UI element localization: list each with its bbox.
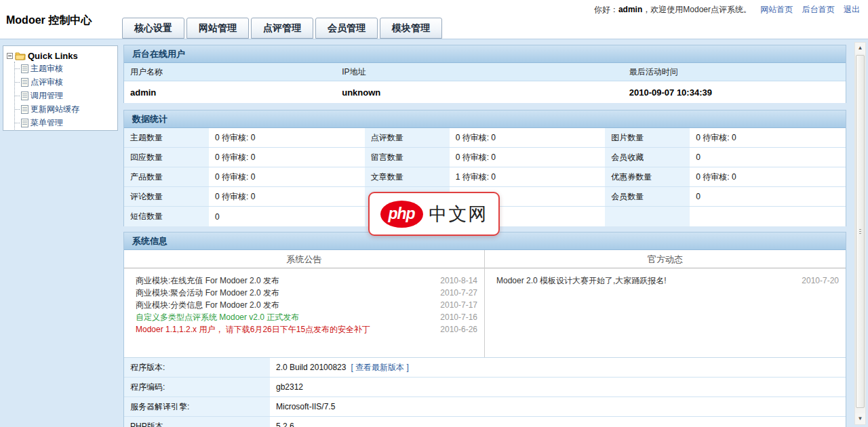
link-logout[interactable]: 退出 bbox=[844, 5, 860, 14]
announcement-date: 2010-6-26 bbox=[431, 323, 477, 336]
sidebar-item-menu-management[interactable]: 菜单管理 bbox=[15, 116, 115, 129]
document-icon bbox=[21, 64, 28, 73]
stat-value: 0 待审核: 0 bbox=[690, 128, 846, 147]
table-row: 服务器解译引擎: Microsoft-IIS/7.5 bbox=[124, 397, 846, 417]
col-ip: IP地址 bbox=[340, 66, 629, 78]
announcements-column: 系统公告 商业模块:在线充值 For Modoer 2.0 发布 2010-8-… bbox=[124, 250, 485, 357]
server-engine: Microsoft-IIS/7.5 bbox=[276, 402, 335, 411]
news-text: Modoer 2.0 模板设计大赛开始了,大家踊跃报名! bbox=[496, 274, 793, 287]
top-header: Modoer 控制中心 你好：admin，欢迎使用Modoer点评系统。 网站首… bbox=[0, 0, 868, 39]
greeting-suffix: ，欢迎使用Modoer点评系统。 bbox=[642, 5, 751, 14]
list-item[interactable]: Modoer 1.1,1.2.x 用户， 请下载6月26日下午15点发布的安全补… bbox=[124, 323, 484, 336]
sidebar-item-review-audit[interactable]: 点评审核 bbox=[15, 75, 115, 89]
info-label: PHP版本 bbox=[124, 417, 270, 427]
statistics-title: 数据统计 bbox=[124, 110, 846, 128]
program-encoding: gb2312 bbox=[276, 382, 303, 392]
sidebar-item-topic-review[interactable]: 主题审核 bbox=[15, 62, 115, 75]
stat-label: 会员收藏 bbox=[605, 148, 690, 167]
stat-label: 文章数量 bbox=[365, 167, 450, 186]
official-news-header: 官方动态 bbox=[485, 250, 846, 268]
online-users-header-row: 用户名称 IP地址 最后活动时间 bbox=[124, 63, 846, 81]
stat-value: 0 bbox=[690, 148, 846, 167]
announcements-list: 商业模块:在线充值 For Modoer 2.0 发布 2010-8-14 商业… bbox=[124, 268, 484, 336]
username: admin bbox=[618, 5, 642, 14]
announcement-text: 商业模块:分类信息 For Modoer 2.0 发布 bbox=[136, 299, 431, 311]
table-row: 程序版本: 2.0 Build 20100823 [ 查看最新版本 ] bbox=[124, 358, 846, 378]
news-date: 2010-7-20 bbox=[793, 274, 839, 287]
list-item[interactable]: Modoer 2.0 模板设计大赛开始了,大家踊跃报名! 2010-7-20 bbox=[485, 274, 846, 287]
sidebar-item-label: 菜单管理 bbox=[31, 117, 63, 129]
cell-ip: unknown bbox=[340, 87, 629, 98]
watermark-brand-text: 中文网 bbox=[429, 202, 488, 226]
announcement-text: 商业模块:在线充值 For Modoer 2.0 发布 bbox=[136, 274, 431, 287]
info-value: Microsoft-IIS/7.5 bbox=[270, 397, 846, 416]
scrollbar-thumb[interactable] bbox=[856, 55, 865, 408]
stat-value: 0 待审核: 0 bbox=[690, 167, 846, 186]
folder-icon bbox=[15, 52, 26, 60]
document-icon bbox=[21, 78, 28, 87]
tab-member-management[interactable]: 会员管理 bbox=[315, 18, 378, 39]
announcement-text: Modoer 1.1,1.2.x 用户， 请下载6月26日下午15点发布的安全补… bbox=[136, 323, 431, 336]
user-greeting: 你好：admin，欢迎使用Modoer点评系统。 网站首页 后台首页 退出 bbox=[594, 4, 860, 16]
tab-module-management[interactable]: 模块管理 bbox=[380, 18, 442, 39]
check-latest-version-link[interactable]: [ 查看最新版本 ] bbox=[351, 362, 408, 373]
vertical-scrollbar[interactable]: ▲ ▼ bbox=[854, 42, 866, 425]
list-item[interactable]: 商业模块:在线充值 For Modoer 2.0 发布 2010-8-14 bbox=[124, 274, 484, 287]
stat-value: 0 待审核: 0 bbox=[450, 148, 606, 167]
info-label: 服务器解译引擎: bbox=[124, 397, 270, 416]
list-item[interactable]: 自定义多类型点评系统 Modoer v2.0 正式发布 2010-7-16 bbox=[124, 311, 484, 323]
stat-label bbox=[605, 207, 690, 226]
stat-label: 优惠券数量 bbox=[605, 167, 690, 186]
tab-review-management[interactable]: 点评管理 bbox=[251, 18, 313, 39]
scroll-up-button[interactable]: ▲ bbox=[855, 43, 865, 54]
info-value: 5.2.6 bbox=[270, 417, 846, 427]
table-row: admin unknown 2010-09-07 10:34:39 bbox=[124, 81, 846, 103]
col-username: 用户名称 bbox=[124, 66, 340, 78]
quick-links-root[interactable]: Quick Links bbox=[7, 51, 115, 61]
info-value: 2.0 Build 20100823 [ 查看最新版本 ] bbox=[270, 358, 846, 377]
announcement-text: 商业模块:聚会活动 For Modoer 2.0 发布 bbox=[136, 287, 431, 299]
stat-label: 点评数量 bbox=[365, 128, 450, 147]
stat-label: 图片数量 bbox=[605, 128, 690, 147]
page-title: Modoer 控制中心 bbox=[6, 14, 92, 28]
scroll-down-button[interactable]: ▼ bbox=[855, 413, 865, 424]
stat-label: 短信数量 bbox=[124, 207, 209, 226]
tree-collapse-icon[interactable] bbox=[7, 53, 13, 59]
stat-label: 评论数量 bbox=[124, 187, 209, 206]
stat-value: 1 待审核: 0 bbox=[450, 167, 606, 186]
tab-core-settings[interactable]: 核心设置 bbox=[122, 18, 184, 39]
sidebar-item-update-cache[interactable]: 更新网站缓存 bbox=[15, 102, 115, 116]
official-news-column: 官方动态 Modoer 2.0 模板设计大赛开始了,大家踊跃报名! 2010-7… bbox=[485, 250, 846, 357]
list-item[interactable]: 商业模块:聚会活动 For Modoer 2.0 发布 2010-7-27 bbox=[124, 287, 484, 299]
stat-value bbox=[690, 207, 846, 226]
stat-label: 产品数量 bbox=[124, 167, 209, 186]
link-admin-home[interactable]: 后台首页 bbox=[802, 5, 835, 14]
stat-value: 0 bbox=[690, 187, 846, 206]
col-last-active: 最后活动时间 bbox=[629, 66, 846, 78]
official-news-list: Modoer 2.0 模板设计大赛开始了,大家踊跃报名! 2010-7-20 bbox=[485, 268, 846, 287]
list-item[interactable]: 商业模块:分类信息 For Modoer 2.0 发布 2010-7-17 bbox=[124, 299, 484, 311]
stat-label: 留言数量 bbox=[365, 148, 450, 167]
sidebar-item-label: 点评审核 bbox=[31, 77, 63, 88]
sidebar-item-label: 主题审核 bbox=[31, 63, 63, 75]
sidebar-item-label: 调用管理 bbox=[31, 90, 63, 102]
tab-site-management[interactable]: 网站管理 bbox=[186, 18, 249, 39]
php-version: 5.2.6 bbox=[276, 422, 294, 427]
link-site-home[interactable]: 网站首页 bbox=[760, 5, 793, 14]
announcement-date: 2010-7-16 bbox=[431, 311, 477, 323]
php-cn-watermark: php 中文网 bbox=[368, 192, 500, 236]
sidebar-item-label: 更新网站缓存 bbox=[31, 104, 79, 115]
announcement-text: 自定义多类型点评系统 Modoer v2.0 正式发布 bbox=[136, 311, 431, 323]
stat-value: 0 待审核: 0 bbox=[450, 128, 606, 147]
php-logo-icon: php bbox=[380, 201, 423, 228]
table-row: PHP版本 5.2.6 bbox=[124, 417, 846, 427]
announcement-date: 2010-7-17 bbox=[431, 299, 477, 311]
sidebar-item-call-management[interactable]: 调用管理 bbox=[15, 89, 115, 102]
info-value: gb2312 bbox=[270, 378, 846, 396]
stat-value: 0 待审核: 0 bbox=[209, 187, 365, 206]
cell-last-active: 2010-09-07 10:34:39 bbox=[629, 87, 846, 98]
stat-label: 会员数量 bbox=[605, 187, 690, 206]
cell-username: admin bbox=[124, 87, 340, 98]
main-nav-tabs: 核心设置 网站管理 点评管理 会员管理 模块管理 bbox=[122, 18, 442, 39]
quick-links-panel: Quick Links 主题审核 点评审核 调用管理 更新网站缓存 菜单管理 bbox=[3, 45, 118, 131]
